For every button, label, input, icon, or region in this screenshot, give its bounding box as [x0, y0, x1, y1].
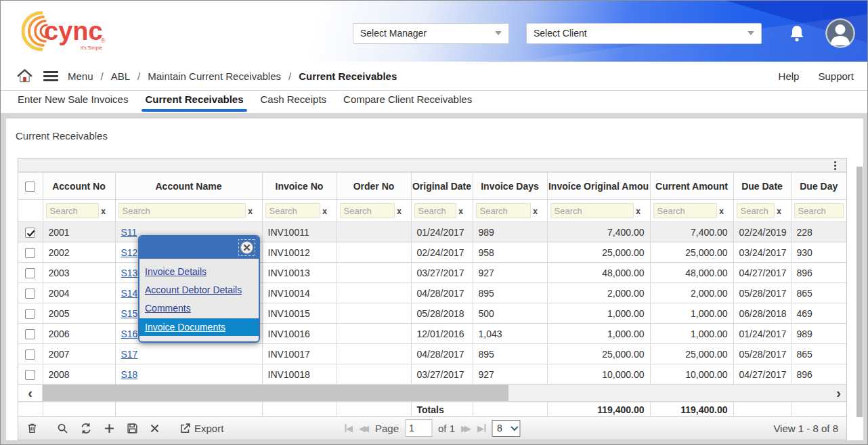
select-client-dropdown[interactable]: Select Client	[526, 23, 762, 44]
search-input-invoice_no[interactable]	[265, 203, 320, 218]
search-input-order_no[interactable]	[340, 203, 395, 218]
add-icon[interactable]	[104, 423, 115, 434]
row-select-cell	[18, 263, 43, 283]
refresh-icon[interactable]	[80, 423, 92, 434]
user-avatar[interactable]	[825, 18, 855, 48]
search-cell-invoice_days: x	[473, 200, 547, 222]
menu-toggle-icon[interactable]	[43, 71, 58, 81]
row-checkbox[interactable]	[25, 289, 35, 299]
cell-order_no	[337, 324, 411, 344]
scroll-left-button[interactable]: ‹	[18, 385, 43, 401]
table-search-row: xxxxxxxxx	[18, 200, 846, 222]
account-name-link[interactable]: S18	[121, 369, 138, 380]
search-cell-order_no: x	[337, 200, 411, 222]
save-icon[interactable]	[127, 423, 138, 434]
row-checkbox[interactable]	[25, 268, 35, 278]
cancel-icon[interactable]	[150, 423, 160, 433]
cell-invoice_original_amount: 2,000.00	[547, 283, 650, 303]
support-link[interactable]: Support	[818, 70, 854, 82]
breadcrumb-menu[interactable]: Menu	[68, 70, 93, 82]
clear-search-icon[interactable]: x	[99, 207, 108, 216]
row-checkbox[interactable]	[25, 228, 35, 238]
row-checkbox[interactable]	[25, 370, 35, 380]
popup-item-account-debtor-details[interactable]: Account Debtor Details	[139, 282, 259, 298]
select-all-checkbox[interactable]	[25, 182, 35, 192]
page-number-input[interactable]	[405, 419, 432, 437]
cell-invoice_days: 895	[473, 344, 547, 364]
next-page-button[interactable]: ▶▶	[461, 423, 471, 433]
clear-search-icon[interactable]: x	[246, 207, 255, 216]
tab-current-receivables[interactable]: Current Receivables	[139, 91, 249, 110]
row-checkbox[interactable]	[25, 349, 35, 360]
cell-account_name: S18	[115, 364, 262, 385]
search-cell-due_days	[791, 200, 846, 222]
cell-invoice_no: INV10015	[262, 303, 337, 324]
breadcrumb-item[interactable]: ABL	[111, 70, 130, 82]
account-name-link[interactable]: S16	[121, 329, 138, 339]
vertical-scrollbar-thumb[interactable]	[856, 167, 863, 417]
tab-cash-receipts[interactable]: Cash Receipts	[255, 91, 333, 110]
search-input-account_no[interactable]	[46, 203, 99, 218]
clear-search-icon[interactable]: x	[775, 207, 784, 216]
account-name-link[interactable]: S14	[121, 288, 138, 299]
cell-due_date: 04/27/2017	[733, 364, 791, 385]
search-input-invoice_days[interactable]	[476, 203, 531, 218]
cell-invoice_original_amount: 1,000.00	[547, 324, 650, 344]
breadcrumb-item[interactable]: Maintain Current Receivables	[148, 70, 281, 82]
search-icon[interactable]	[57, 423, 68, 434]
cell-due_days: 865	[791, 283, 846, 303]
search-input-original_date[interactable]	[414, 203, 456, 218]
search-input-current_amount[interactable]	[653, 203, 717, 218]
popup-item-invoice-details[interactable]: Invoice Details	[139, 263, 259, 280]
cell-current_amount: 25,000.00	[650, 242, 733, 263]
scroll-right-button[interactable]: ›	[836, 385, 841, 401]
tab-enter-new-sale-invoices[interactable]: Enter New Sale Invoices	[12, 91, 134, 110]
cell-account_no: 2004	[43, 283, 115, 303]
row-checkbox[interactable]	[25, 329, 35, 339]
export-label: Export	[194, 423, 223, 434]
row-select-cell	[18, 364, 43, 385]
home-icon[interactable]	[17, 68, 32, 83]
search-input-due_days[interactable]	[794, 203, 844, 218]
account-name-link[interactable]: S13	[121, 268, 138, 278]
clear-search-icon[interactable]: x	[456, 207, 466, 216]
help-link[interactable]: Help	[779, 70, 800, 82]
delete-icon[interactable]	[26, 422, 38, 434]
row-checkbox[interactable]	[25, 309, 35, 319]
cell-order_no	[337, 364, 411, 385]
popup-item-comments[interactable]: Comments	[139, 300, 259, 316]
notifications-bell-icon[interactable]	[789, 24, 805, 42]
account-name-link[interactable]: S12	[121, 247, 138, 258]
tab-compare-client-receivables[interactable]: Compare Client Receivables	[337, 91, 478, 110]
first-page-button[interactable]: ◀	[345, 423, 353, 433]
clear-search-icon[interactable]: x	[531, 207, 540, 216]
popup-close-button[interactable]	[238, 239, 255, 256]
prev-page-button[interactable]: ◀◀	[359, 423, 369, 433]
column-header-due_date: Due Date	[733, 173, 791, 200]
search-input-invoice_original_amount[interactable]	[550, 203, 634, 218]
breadcrumb-item[interactable]: Current Receivables	[299, 70, 397, 82]
row-checkbox[interactable]	[25, 248, 35, 258]
cell-original_date: 04/28/2017	[411, 344, 473, 364]
cell-current_amount: 1,000.00	[650, 303, 733, 324]
last-page-button[interactable]: ▶	[477, 423, 485, 433]
clear-search-icon[interactable]: x	[320, 207, 330, 216]
scrollbar-track[interactable]: ›	[43, 385, 846, 401]
account-name-link[interactable]: S17	[121, 349, 138, 360]
clear-search-icon[interactable]: x	[395, 207, 404, 216]
grid-options-kebab-icon[interactable]	[830, 161, 840, 177]
scrollbar-thumb[interactable]	[43, 385, 508, 401]
clear-search-icon[interactable]: x	[717, 207, 726, 216]
breadcrumb-separator: /	[137, 70, 140, 82]
account-name-link[interactable]: S11	[121, 227, 137, 238]
search-input-account_name[interactable]	[118, 203, 246, 218]
account-name-link[interactable]: S15	[121, 308, 138, 319]
search-input-due_date[interactable]	[737, 203, 775, 218]
export-button[interactable]: Export	[179, 423, 223, 434]
popup-item-invoice-documents[interactable]: Invoice Documents	[139, 318, 259, 336]
clear-search-icon[interactable]: x	[634, 207, 643, 216]
cell-invoice_original_amount: 7,400.00	[547, 222, 650, 242]
page-size-select[interactable]: 8	[492, 420, 520, 437]
cell-invoice_days: 500	[473, 303, 547, 324]
select-manager-dropdown[interactable]: Select Manager	[353, 23, 509, 44]
